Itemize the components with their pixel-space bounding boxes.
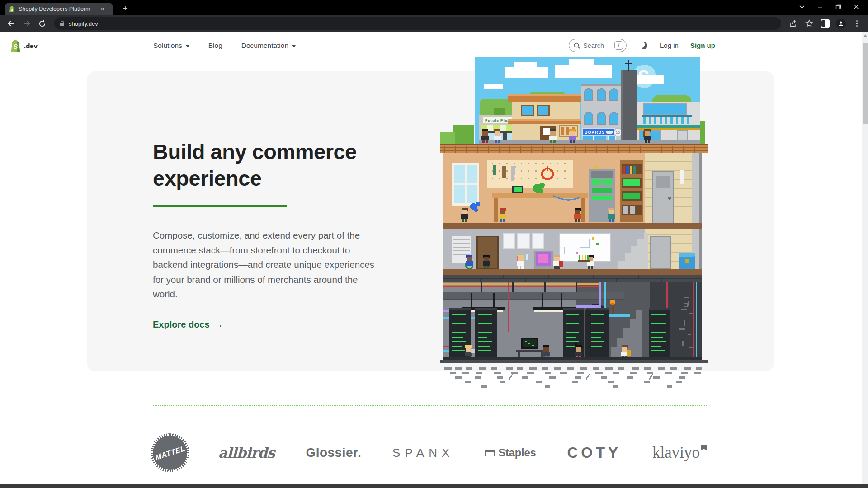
login-link[interactable]: Log in — [660, 42, 679, 49]
rubble-bricks — [444, 367, 702, 388]
signup-link[interactable]: Sign up — [690, 42, 715, 49]
new-tab-button[interactable]: + — [119, 3, 131, 14]
bookmark-star-icon[interactable] — [802, 17, 816, 30]
url-text: shopify.dev — [69, 20, 98, 27]
browser-tab-strip: S Shopify Developers Platform—B ✕ + — [0, 0, 868, 15]
scrollbar[interactable] — [862, 32, 868, 488]
logo-dev-text: .dev — [24, 42, 38, 50]
brand-logo-staples: Staples — [485, 446, 536, 459]
hero-description: Compose, customize, and extend every par… — [153, 228, 381, 301]
nav-blog[interactable]: Blog — [208, 42, 222, 50]
hero-title: Build any commerce experience — [153, 138, 415, 192]
toolbar-right-icons — [787, 17, 863, 30]
profile-avatar[interactable] — [834, 17, 848, 30]
brand-logo-glossier: Glossier. — [306, 446, 361, 460]
number-badge: 15 — [616, 131, 620, 135]
bottom-strip — [0, 484, 868, 488]
minimize-icon[interactable] — [811, 0, 829, 13]
shopify-favicon: S — [8, 5, 15, 13]
hero-text-column: Build any commerce experience Compose, c… — [153, 138, 415, 330]
pixel-art-illustration: S Purple Plants — [440, 57, 708, 393]
brand-logo-mattel: MATTEL — [153, 436, 187, 470]
share-icon[interactable] — [787, 17, 800, 30]
explore-docs-link[interactable]: Explore docs → — [153, 319, 415, 330]
dotted-divider — [153, 405, 707, 406]
main-nav: Solutions Blog Documentation — [153, 42, 296, 50]
slash-shortcut-key: / — [614, 41, 623, 50]
forward-icon[interactable] — [20, 17, 33, 30]
search-icon — [574, 42, 580, 49]
green-accent-bar — [153, 205, 287, 207]
brand-logo-allbirds: allbirds — [218, 445, 275, 461]
site-header: S .dev Solutions Blog Documentation — [0, 32, 868, 66]
browser-toolbar: shopify.dev — [0, 15, 868, 32]
nav-documentation[interactable]: Documentation — [241, 42, 296, 50]
screen: S Shopify Developers Platform—B ✕ + — [0, 0, 868, 488]
window-controls — [793, 0, 865, 14]
shopify-ghost-watermark: S — [638, 67, 649, 86]
side-panel-icon[interactable] — [818, 17, 832, 30]
shopify-bag-icon: S — [9, 39, 21, 52]
nav-solutions[interactable]: Solutions — [153, 42, 189, 50]
restore-icon[interactable] — [829, 0, 847, 13]
scrollbar-thumb[interactable] — [863, 43, 868, 124]
scrollbar-up-arrow[interactable] — [863, 34, 867, 37]
tab-search-chevron-icon[interactable] — [793, 0, 811, 13]
reload-icon[interactable] — [35, 17, 49, 30]
chevron-down-icon — [186, 45, 189, 47]
brand-logo-klaviyo: klaviyo — [652, 444, 707, 462]
site-logo[interactable]: S .dev — [9, 39, 38, 52]
brand-logo-coty: COTY — [567, 444, 621, 461]
brand-logos-row: MATTEL allbirds Glossier. SPANX Staples … — [153, 435, 707, 471]
webpage: S .dev Solutions Blog Documentation — [0, 32, 868, 488]
browser-menu-icon[interactable] — [850, 17, 863, 30]
close-window-icon[interactable] — [847, 0, 865, 13]
search-placeholder: Search — [583, 42, 611, 49]
header-right: Search / Log in Sign up — [569, 39, 715, 52]
dark-mode-moon-icon[interactable] — [639, 41, 648, 50]
klaviyo-flag-icon — [701, 445, 707, 450]
brand-logo-spanx: SPANX — [392, 446, 454, 460]
tab-title: Shopify Developers Platform—B — [19, 6, 96, 12]
lock-icon — [60, 20, 65, 27]
mattel-seal-icon: MATTEL — [153, 436, 187, 470]
svg-text:S: S — [14, 43, 18, 50]
browser-tab[interactable]: S Shopify Developers Platform—B ✕ — [5, 3, 113, 15]
tab-close-icon[interactable]: ✕ — [99, 5, 105, 13]
back-icon[interactable] — [5, 17, 18, 30]
svg-text:S: S — [11, 8, 13, 12]
boards-sign: BOARDS — [585, 130, 605, 135]
staple-icon — [485, 450, 495, 456]
address-bar[interactable]: shopify.dev — [54, 17, 781, 30]
search-input[interactable]: Search / — [569, 39, 627, 52]
arrow-right-icon: → — [214, 319, 223, 330]
chevron-down-icon — [292, 45, 296, 47]
